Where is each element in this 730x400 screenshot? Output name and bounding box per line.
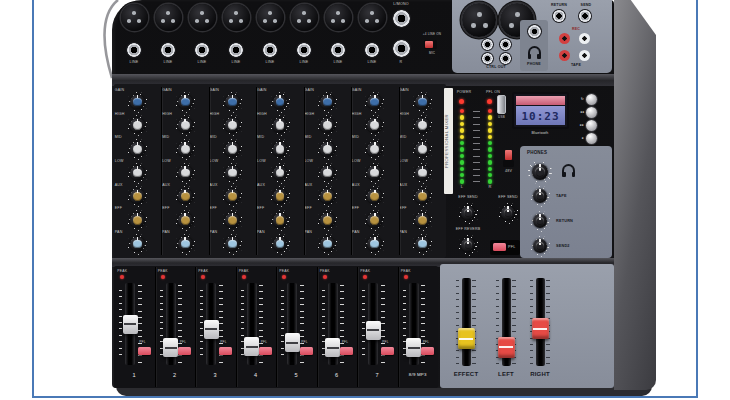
knob-eff-ch7 xyxy=(412,210,433,231)
xlr-pin xyxy=(161,19,165,23)
lmono-jack xyxy=(393,10,410,27)
knob-eff-reverb xyxy=(458,235,479,256)
fader-scale xyxy=(119,290,122,358)
peak-label: PEAK xyxy=(279,269,289,273)
meter-led xyxy=(460,160,464,164)
xlr-pin xyxy=(171,19,175,23)
knob-high-ch2 xyxy=(175,115,196,136)
meter-led xyxy=(488,179,492,183)
xlr-pin xyxy=(195,19,199,23)
fader-cap-left xyxy=(498,337,515,358)
xlr-pin xyxy=(307,19,311,23)
peak-label: PEAK xyxy=(401,269,411,273)
phones-knob xyxy=(528,160,552,184)
return-jack xyxy=(553,10,565,22)
knob-label-gain-ch2: GAIN xyxy=(162,88,172,92)
xlr-pin xyxy=(132,11,136,15)
line-jack-5 xyxy=(263,43,277,57)
rec-rca-right xyxy=(579,33,590,44)
line-jack-1 xyxy=(127,43,141,57)
knob-pan-ch7 xyxy=(412,234,433,255)
line-jack-label: LINE xyxy=(294,60,314,64)
phone-subpanel: PHONE xyxy=(520,20,548,71)
knob-label-tape: TAPE xyxy=(556,194,590,199)
knob-label-mid-ch1: MID xyxy=(115,135,122,139)
knob-label-high-ch2: HIGH xyxy=(162,112,172,116)
line-jack-3 xyxy=(195,43,209,57)
peak-led xyxy=(404,275,408,279)
fader-track-effect xyxy=(462,278,471,366)
tape-label: TAPE xyxy=(562,63,590,67)
pfl-label: PFL xyxy=(220,341,226,345)
transport-button-play-pause xyxy=(586,133,597,144)
xlr-input-4 xyxy=(223,4,250,31)
peak-led xyxy=(323,275,327,279)
pfl-label: PFL xyxy=(423,341,429,345)
fader-strip-separator-highlight xyxy=(237,267,238,387)
knob-label-low-ch5: LOW xyxy=(304,159,313,163)
knob-label-send2: SEND2 xyxy=(556,244,590,249)
knob-label-gain-ch7: GAIN xyxy=(399,88,409,92)
xlr-input-8 xyxy=(359,4,386,31)
xlr-pin xyxy=(365,19,369,23)
transport-button-mode xyxy=(586,94,597,105)
knob-high-ch4 xyxy=(270,115,291,136)
xlr-pin xyxy=(477,12,482,17)
knob-label-high-ch4: HIGH xyxy=(257,112,267,116)
fader-cap-right xyxy=(532,318,549,339)
line-jack-label: LINE xyxy=(260,60,280,64)
pfl-label: PFL xyxy=(382,341,388,345)
knob-high-ch3 xyxy=(222,115,243,136)
knob-mid-ch5 xyxy=(317,139,338,160)
peak-label: PEAK xyxy=(117,269,127,273)
knob-label-pan-ch1: PAN xyxy=(115,230,123,234)
headphone-icon xyxy=(562,164,575,173)
pfl-label: PFL xyxy=(139,341,145,345)
rec-rca-left xyxy=(559,33,570,44)
knob-mid-ch6 xyxy=(364,139,385,160)
knob-label-aux-ch1: AUX xyxy=(115,183,123,187)
fader-strip-separator-highlight xyxy=(318,267,319,387)
knob-label-gain-ch6: GAIN xyxy=(352,88,362,92)
pfl-button-ch4 xyxy=(259,347,272,355)
mixer-side-panel xyxy=(614,0,656,390)
line-jack-label: LINE xyxy=(124,60,144,64)
knob-tape xyxy=(530,186,551,207)
knob-gain-ch6 xyxy=(364,92,385,113)
meter-left-label: L xyxy=(458,185,466,190)
xlr-pin xyxy=(331,19,335,23)
xlr-pin xyxy=(341,19,345,23)
xlr-input-5 xyxy=(257,4,284,31)
channel-number: 1 xyxy=(114,372,154,379)
tape-rca-left xyxy=(559,50,570,61)
fader-strip-separator-highlight xyxy=(358,267,359,387)
meter-right-label: R xyxy=(486,185,494,190)
eff-knob-label: EFF SEND xyxy=(448,195,488,199)
r-jack xyxy=(393,40,410,57)
knob-mid-ch2 xyxy=(175,139,196,160)
pfl-button-ch2 xyxy=(178,347,191,355)
knob-label-gain-ch4: GAIN xyxy=(257,88,267,92)
fader-cap-ch4 xyxy=(244,337,259,356)
xlr-pin xyxy=(509,23,514,28)
fader-label-right: RIGHT xyxy=(518,371,562,378)
knob-label-low-ch1: LOW xyxy=(115,159,124,163)
phone-jack xyxy=(528,25,541,38)
xlr-input-1 xyxy=(121,4,148,31)
pfl-button-ch5 xyxy=(300,347,313,355)
line-jack-2 xyxy=(161,43,175,57)
ctrl-out-jack xyxy=(500,53,511,64)
line-jack-7 xyxy=(331,43,345,57)
meter-led xyxy=(488,147,492,151)
xlr-input-2 xyxy=(155,4,182,31)
knob-high-ch5 xyxy=(317,115,338,136)
knob-eff-ch6 xyxy=(364,210,385,231)
peak-label: PEAK xyxy=(158,269,168,273)
knob-mid-ch4 xyxy=(270,139,291,160)
knob-gain-ch2 xyxy=(175,92,196,113)
knob-low-ch5 xyxy=(317,163,338,184)
knob-label-low-ch7: LOW xyxy=(399,159,408,163)
fader-strip-separator-highlight xyxy=(156,267,157,387)
pfl-label: PFL xyxy=(180,341,186,345)
fader-scale xyxy=(456,280,459,364)
